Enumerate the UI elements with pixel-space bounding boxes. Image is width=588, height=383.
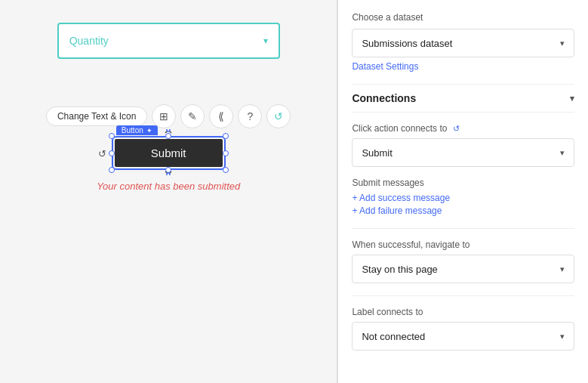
resize-bottom-handle[interactable] xyxy=(163,167,174,178)
svg-point-0 xyxy=(167,129,170,131)
submit-canvas-button[interactable]: Submit xyxy=(115,139,223,167)
submit-button-label: Submit xyxy=(151,147,186,159)
pencil-icon: ✎ xyxy=(188,110,197,122)
section-divider-2 xyxy=(352,295,574,296)
button-element-wrapper: ↺ Button ✦ Submit xyxy=(115,139,223,167)
connections-label: Connections xyxy=(352,92,416,104)
submit-messages-section: Submit messages + Add success message + … xyxy=(352,178,574,216)
button-toolbar: Change Text & Icon ⊞ ✎ ⟪ ? ↺ xyxy=(46,104,291,128)
when-successful-label: When successful, navigate to xyxy=(352,239,574,250)
handle-mr[interactable] xyxy=(223,150,229,156)
handle-br[interactable] xyxy=(223,167,229,173)
button-badge: Button ✦ xyxy=(116,125,158,135)
canvas-area: Quantity ▾ Change Text & Icon ⊞ ✎ ⟪ ? ↺ xyxy=(25,23,312,192)
section-divider-1 xyxy=(352,228,574,229)
undo-icon[interactable]: ↺ xyxy=(98,147,106,159)
dataset-value: Submissions dataset xyxy=(362,38,452,49)
help-icon-button[interactable]: ? xyxy=(238,104,262,128)
click-action-refresh-icon[interactable]: ↺ xyxy=(453,124,460,134)
click-action-value: Submit xyxy=(362,147,392,159)
add-success-message-link[interactable]: + Add success message xyxy=(352,193,574,203)
choose-dataset-label: Choose a dataset xyxy=(352,12,574,23)
dataset-settings-link[interactable]: Dataset Settings xyxy=(352,61,418,72)
refresh-icon: ↺ xyxy=(274,110,283,122)
when-successful-section: When successful, navigate to Stay on thi… xyxy=(352,239,574,283)
change-text-icon-button[interactable]: Change Text & Icon xyxy=(46,107,148,126)
right-panel: Choose a dataset Submissions dataset ▾ D… xyxy=(338,0,588,383)
add-failure-message-link[interactable]: + Add failure message xyxy=(352,205,574,216)
help-icon: ? xyxy=(248,110,254,122)
refresh-icon-button[interactable]: ↺ xyxy=(266,104,291,128)
label-connects-value: Not connected xyxy=(362,331,425,342)
resize-top-handle[interactable] xyxy=(163,128,174,139)
label-connects-dropdown[interactable]: Not connected ▾ xyxy=(352,322,574,351)
button-badge-label: Button xyxy=(122,126,143,134)
label-connects-section: Label connects to Not connected ▾ xyxy=(352,307,574,351)
click-action-label: Click action connects to ↺ xyxy=(352,123,574,134)
badge-settings-icon: ✦ xyxy=(146,127,152,134)
arrows-icon: ⟪ xyxy=(218,110,224,122)
arrows-icon-button[interactable]: ⟪ xyxy=(209,104,233,128)
quantity-chevron-icon: ▾ xyxy=(263,36,268,46)
handle-tr[interactable] xyxy=(223,133,229,139)
quantity-dropdown[interactable]: Quantity ▾ xyxy=(57,23,280,59)
label-connects-chevron-icon: ▾ xyxy=(560,332,565,341)
connections-section-header: Connections ▾ xyxy=(352,84,574,113)
dataset-dropdown[interactable]: Submissions dataset ▾ xyxy=(352,29,574,57)
handle-ml[interactable] xyxy=(109,150,115,156)
dataset-chevron-icon: ▾ xyxy=(560,39,565,48)
connections-collapse-icon[interactable]: ▾ xyxy=(570,94,574,103)
handle-bl[interactable] xyxy=(109,167,115,173)
label-connects-label: Label connects to xyxy=(352,307,574,317)
grid-icon: ⊞ xyxy=(159,110,168,122)
pencil-icon-button[interactable]: ✎ xyxy=(180,104,205,128)
handle-tl[interactable] xyxy=(109,133,115,139)
svg-point-1 xyxy=(167,173,170,175)
submit-message-text: Your content has been submitted xyxy=(97,181,240,192)
when-successful-chevron-icon: ▾ xyxy=(560,264,565,274)
canvas-panel: Quantity ▾ Change Text & Icon ⊞ ✎ ⟪ ? ↺ xyxy=(0,0,337,383)
click-action-dropdown[interactable]: Submit ▾ xyxy=(352,138,574,167)
submit-messages-title: Submit messages xyxy=(352,178,574,188)
when-successful-dropdown[interactable]: Stay on this page ▾ xyxy=(352,255,574,283)
click-action-chevron-icon: ▾ xyxy=(560,148,565,158)
when-successful-value: Stay on this page xyxy=(362,264,437,275)
quantity-label: Quantity xyxy=(69,35,109,47)
